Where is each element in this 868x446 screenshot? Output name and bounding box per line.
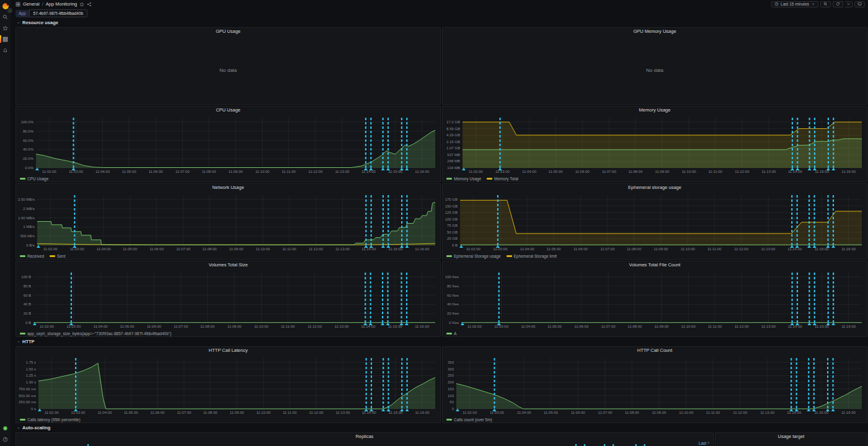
sidebar-item-starred[interactable] (0, 25, 11, 31)
panel-plot-ephemeral-storage-usage[interactable]: 175 GB150 GB125 GB100 GB75 GB50 GB25 GB0… (443, 191, 867, 259)
breadcrumb-folder[interactable]: General (23, 1, 40, 7)
x-axis-label: 11:09:00 (649, 410, 669, 415)
legend-label: Sent (57, 254, 65, 258)
panel-title[interactable]: Volumes Total File Count (443, 261, 867, 269)
panel-title[interactable]: Ephemeral storage usage (443, 184, 867, 191)
legend-item[interactable]: Calls latency (95th percentile) (20, 418, 81, 422)
panel-legend: ReceivedSent (20, 253, 65, 259)
grafana-logo[interactable] (2, 1, 9, 9)
x-axis-label: 11:04:00 (518, 324, 538, 329)
x-axis-label: 11:16:00 (412, 247, 432, 251)
panel-plot-http-call-latency[interactable]: 1.75 s1.50 s1.25 s1.00 s750.00 ms500.00 … (16, 354, 440, 422)
share-icon[interactable] (87, 2, 92, 7)
legend-item[interactable]: app_ceph_storage_size_bytes{app=~"730f93… (20, 331, 171, 336)
legend-item[interactable]: Ephemeral Storage usage (446, 254, 501, 258)
x-axis-label: 11:15:00 (812, 247, 831, 251)
panel-title[interactable]: Memory Usage (443, 107, 867, 114)
variable-app-label[interactable]: App (16, 10, 29, 17)
legend-item[interactable]: Memory Total (487, 177, 518, 181)
x-axis-label: 11:09:00 (651, 247, 671, 251)
plot-canvas[interactable] (16, 440, 713, 446)
section-http[interactable]: HTTP (17, 339, 867, 344)
x-axis-label: 11:05:00 (546, 169, 565, 174)
panel-title[interactable]: GPU Usage (16, 28, 440, 35)
y-axis-label: 0 s (16, 406, 36, 411)
section-auto-scaling[interactable]: Auto-scaling (17, 425, 867, 431)
x-axis-label: 11:16:00 (839, 169, 859, 174)
legend-item[interactable]: Calls count (over 5m) (446, 418, 492, 422)
x-axis-label: 11:10:00 (254, 410, 273, 415)
x-axis-label: 11:06:00 (146, 169, 166, 174)
panel-plot-replicas[interactable]: Last ^ (16, 440, 713, 446)
y-axis-label: 60.0% (16, 138, 33, 143)
x-axis-label: 11:13:00 (758, 324, 778, 329)
legend-item[interactable]: A (446, 331, 456, 336)
x-axis-label: 11:10:00 (252, 169, 272, 174)
x-axis-label: 11:02:00 (460, 410, 480, 415)
sidebar-expand-button[interactable]: › (7, 8, 12, 13)
y-axis-label: 200 (443, 380, 454, 385)
apps-grid-icon (2, 37, 8, 42)
breadcrumb-dashboard[interactable]: App Monitoring (46, 1, 77, 7)
sidebar-item-search[interactable] (0, 14, 11, 20)
x-axis-label: 11:11:00 (703, 410, 723, 415)
time-range-picker-button[interactable]: Last 15 minutes (771, 1, 818, 7)
sidebar-bottom: ? (2, 425, 8, 442)
legend-item[interactable]: Memory Usage (446, 177, 481, 181)
y-axis-label: 80.0% (16, 129, 33, 134)
sidebar-item-alerting[interactable] (0, 47, 11, 53)
legend-swatch (20, 178, 25, 180)
legend-item[interactable]: Received (20, 254, 44, 258)
panel-title[interactable]: GPU Memory Usage (443, 28, 867, 35)
legend-item[interactable]: Ephemeral Storage limit (507, 254, 557, 258)
x-axis-label: 11:13:00 (333, 410, 353, 415)
legend-label: Calls latency (95th percentile) (27, 418, 81, 422)
panel-title[interactable]: HTTP Call Latency (16, 347, 440, 354)
panel-title[interactable]: Replicas (16, 433, 713, 440)
variable-app-value[interactable]: 57-4b97-987f-4fbb4fbad40b (29, 9, 88, 17)
panel-title[interactable]: Network Usage (16, 184, 440, 191)
y-axis-label: 1.07 GB (443, 146, 460, 151)
panel-plot-usage-target[interactable] (715, 440, 867, 446)
x-axis-label: 11:03:00 (490, 247, 510, 251)
panel-plot-network-usage[interactable]: 2.50 MB/s2 MB/s1.50 MB/s1 MB/s500 kB/s0 … (16, 191, 440, 259)
x-axis-label: 11:12:00 (732, 324, 751, 329)
panel-cpu-usage: CPU Usage 100.0%80.0%60.0%40.0%20.0%0.0%… (16, 106, 441, 182)
cycle-view-button[interactable] (854, 1, 865, 7)
x-axis-label: 11:03:00 (66, 169, 86, 174)
x-axis-label: 11:10:00 (679, 169, 699, 174)
zoom-out-button[interactable] (820, 1, 831, 7)
panel-plot-gpu-memory-usage[interactable]: No data (443, 35, 867, 104)
panel-plot-volumes-total-size[interactable]: 100 B80 B60 B40 B20 B0 B11:02:0011:03:00… (16, 269, 440, 336)
panel-title[interactable]: CPU Usage (16, 107, 440, 114)
panel-plot-volumes-total-file-count[interactable]: 100 files80 files60 files40 files20 file… (443, 269, 867, 336)
y-axis-label: 1.00 s (16, 380, 36, 385)
panel-title[interactable]: Volumes Total Size (16, 261, 440, 269)
panel-title[interactable]: HTTP Call Count (443, 347, 867, 354)
panel-volumes-total-size: Volumes Total Size 100 B80 B60 B40 B20 B… (16, 261, 441, 337)
x-axis-label: 11:04:00 (514, 410, 534, 415)
x-axis-label: 11:10:00 (678, 324, 698, 329)
legend-item[interactable]: Sent (50, 254, 65, 258)
sidebar-item-server-status[interactable] (2, 425, 8, 431)
panel-plot-cpu-usage[interactable]: 100.0%80.0%60.0%40.0%20.0%0.0%11:02:0011… (16, 114, 440, 181)
sidebar-item-dashboards[interactable] (0, 36, 11, 42)
sidebar-item-help[interactable]: ? (2, 436, 8, 442)
refresh-button[interactable] (833, 1, 843, 7)
x-axis-label: 11:02:00 (40, 247, 60, 251)
panel-title[interactable]: Usage target (715, 433, 867, 440)
refresh-interval-caret[interactable] (845, 1, 852, 7)
y-axis-label: 60 files (443, 293, 459, 298)
panel-ephemeral-storage-usage: Ephemeral storage usage 175 GB150 GB125 … (442, 183, 867, 260)
panel-legend: Ephemeral Storage usageEphemeral Storage… (446, 253, 557, 259)
panel-plot-memory-usage[interactable]: 17.2 GB8.59 GB4.29 GB2.15 GB1.07 GB537 M… (443, 114, 867, 181)
x-axis-label: 11:14:00 (358, 169, 378, 174)
section-resource-usage[interactable]: Resource usage (17, 20, 867, 25)
panel-plot-gpu-usage[interactable]: No data (16, 35, 440, 104)
y-axis-label: 0 files (443, 320, 459, 325)
legend-item[interactable]: CPU Usage (20, 177, 48, 181)
star-dashboard-icon[interactable] (79, 2, 84, 7)
panel-plot-http-call-count[interactable]: 35030025020015010050011:02:0011:03:0011:… (443, 354, 867, 422)
x-axis-label: 11:02:00 (39, 169, 59, 174)
legend-sort-header[interactable]: Last ^ (699, 441, 709, 445)
